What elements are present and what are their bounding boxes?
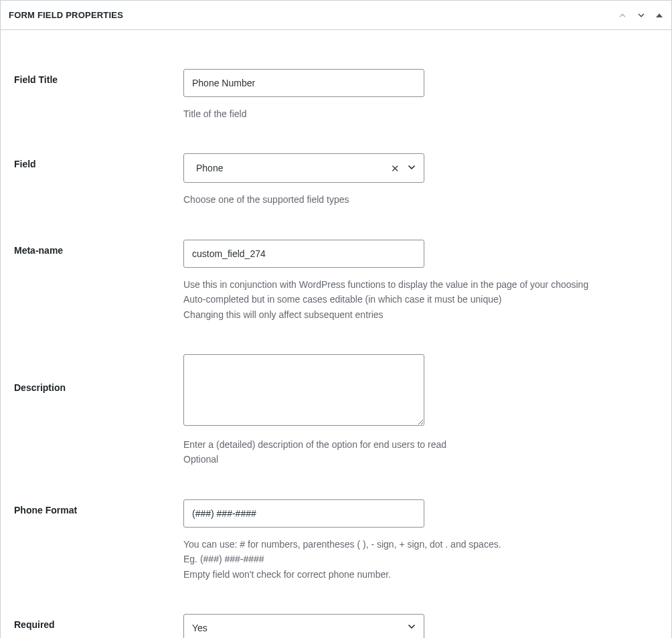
phone-format-input[interactable] xyxy=(183,499,424,528)
help-meta-name-line1: Use this in conjunction with WordPress f… xyxy=(183,277,658,292)
meta-name-input[interactable] xyxy=(183,240,424,268)
panel-body: Field Title Title of the field Field Pho… xyxy=(1,30,671,638)
row-phone-format: Phone Format You can use: # for numbers,… xyxy=(14,499,658,582)
label-field-title: Field Title xyxy=(14,69,183,85)
help-meta-name: Use this in conjunction with WordPress f… xyxy=(183,277,658,322)
help-description: Enter a (detailed) description of the op… xyxy=(183,437,658,467)
label-phone-format: Phone Format xyxy=(14,499,183,515)
help-description-line1: Enter a (detailed) description of the op… xyxy=(183,437,658,452)
row-description: Description Enter a (detailed) descripti… xyxy=(14,354,658,467)
collapse-toggle-icon[interactable] xyxy=(655,11,663,19)
help-phone-format-line3: Empty field won't check for correct phon… xyxy=(183,567,658,582)
help-meta-name-line2: Auto-completed but in some cases editabl… xyxy=(183,292,658,307)
chevron-down-icon xyxy=(406,162,417,175)
move-up-icon[interactable] xyxy=(618,11,627,20)
help-field-title: Title of the field xyxy=(183,106,658,121)
help-field-type: Choose one of the supported field types xyxy=(183,192,658,207)
help-meta-name-line3: Changing this will only affect subsequen… xyxy=(183,307,658,322)
move-down-icon[interactable] xyxy=(637,11,646,20)
field-type-selected-value: Phone xyxy=(196,163,223,173)
label-meta-name: Meta-name xyxy=(14,240,183,256)
row-field-type: Field Phone ✕ Choose one of the supporte… xyxy=(14,153,658,207)
field-type-select[interactable]: Phone ✕ xyxy=(183,153,424,183)
chevron-down-icon xyxy=(406,621,417,634)
required-selected-value: Yes xyxy=(192,623,207,633)
field-title-input[interactable] xyxy=(183,69,424,97)
form-field-properties-panel: FORM FIELD PROPERTIES Field Title Title … xyxy=(0,0,672,638)
description-textarea[interactable] xyxy=(183,354,424,426)
help-phone-format-line2: Eg. (###) ###-#### xyxy=(183,552,658,566)
row-required: Required Yes Whether the field is requir… xyxy=(14,614,658,638)
label-description: Description xyxy=(14,354,183,393)
svg-marker-0 xyxy=(656,13,663,17)
panel-header: FORM FIELD PROPERTIES xyxy=(1,1,671,30)
row-meta-name: Meta-name Use this in conjunction with W… xyxy=(14,240,658,322)
label-field-type: Field xyxy=(14,153,183,169)
help-description-line2: Optional xyxy=(183,452,658,467)
help-phone-format: You can use: # for numbers, parentheses … xyxy=(183,537,658,582)
label-required: Required xyxy=(14,614,183,630)
clear-selection-icon[interactable]: ✕ xyxy=(391,163,400,173)
panel-title: FORM FIELD PROPERTIES xyxy=(9,10,123,20)
row-field-title: Field Title Title of the field xyxy=(14,69,658,121)
panel-controls xyxy=(618,11,663,20)
required-select[interactable]: Yes xyxy=(183,614,424,638)
help-phone-format-line1: You can use: # for numbers, parentheses … xyxy=(183,537,658,552)
